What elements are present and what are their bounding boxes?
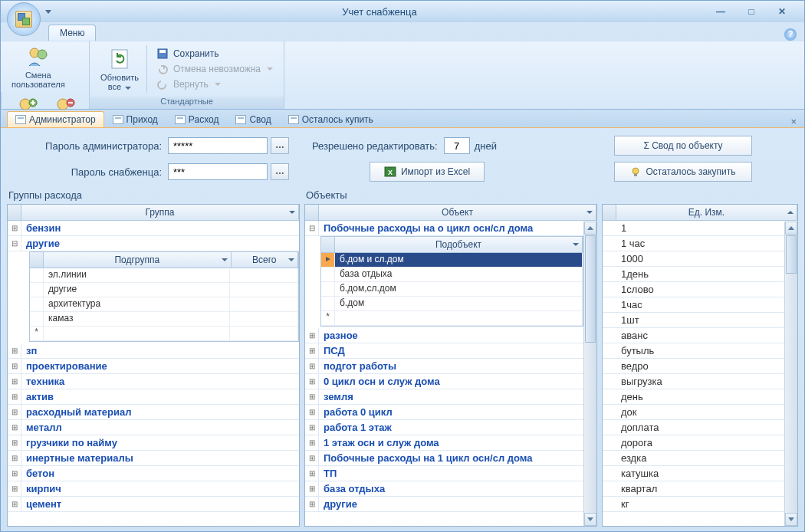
object-cell[interactable]: база отдыха: [319, 482, 583, 495]
group-cell[interactable]: другие: [21, 237, 299, 250]
expand-icon[interactable]: ⊞: [8, 359, 21, 373]
unit-row[interactable]: 1слово: [603, 282, 784, 297]
expand-icon[interactable]: ⊞: [8, 389, 21, 404]
subgroup-row[interactable]: архитектура: [30, 297, 298, 312]
object-row[interactable]: ⊞другие: [305, 497, 583, 512]
object-row[interactable]: ⊞1 этаж осн и служ дома: [305, 435, 583, 451]
unit-cell[interactable]: 1час: [616, 298, 784, 311]
object-row[interactable]: ⊟Побочные расходы на о цикл осн/сл дома: [305, 221, 583, 236]
group-row[interactable]: ⊞металл: [8, 420, 299, 435]
maximize-button[interactable]: □: [738, 6, 764, 17]
doctab-Администратор[interactable]: Администратор: [7, 111, 104, 127]
group-cell[interactable]: металл: [21, 421, 299, 434]
group-row[interactable]: ⊞зп: [8, 343, 299, 359]
expand-icon[interactable]: ⊞: [305, 389, 319, 404]
expand-icon[interactable]: ⊟: [305, 221, 319, 235]
unit-row[interactable]: выгрузка: [603, 374, 784, 389]
doctab-Свод[interactable]: Свод: [227, 111, 279, 127]
expand-icon[interactable]: ⊞: [305, 435, 319, 450]
object-cell[interactable]: земля: [319, 390, 583, 403]
chevron-up-icon[interactable]: [787, 211, 794, 214]
group-row[interactable]: ⊟другие: [8, 236, 299, 251]
unit-cell[interactable]: аванс: [616, 329, 784, 342]
minimize-button[interactable]: —: [708, 6, 734, 17]
unit-row[interactable]: 1: [603, 221, 784, 236]
group-row[interactable]: ⊞грузчики по найму: [8, 435, 299, 451]
expand-icon[interactable]: ⊟: [8, 236, 21, 251]
expand-icon[interactable]: ⊞: [305, 481, 319, 496]
expand-icon[interactable]: ⊞: [305, 497, 319, 511]
object-row[interactable]: ⊞подгот работы: [305, 359, 583, 374]
group-cell[interactable]: грузчики по найму: [21, 436, 299, 449]
doctab-Приход[interactable]: Приход: [104, 111, 166, 127]
subgroup-header[interactable]: Подгруппа: [44, 252, 232, 268]
expand-icon[interactable]: ⊞: [8, 221, 21, 235]
units-grid[interactable]: Ед. Изм. 11 час10001день1слово1час1штава…: [602, 204, 798, 527]
change-user-button[interactable]: Смена пользователя: [7, 43, 70, 90]
unit-cell[interactable]: квартал: [616, 482, 784, 495]
scroll-down-button[interactable]: [785, 513, 797, 526]
group-cell[interactable]: проектирование: [21, 360, 299, 373]
group-cell[interactable]: бензин: [21, 222, 299, 235]
subgroup-row[interactable]: другие: [30, 283, 298, 297]
save-button[interactable]: Сохранить: [152, 46, 278, 61]
qat-dropdown-icon[interactable]: [45, 10, 51, 14]
unit-row[interactable]: 1 час: [603, 236, 784, 251]
unit-cell[interactable]: выгрузка: [616, 375, 784, 388]
object-row[interactable]: ⊞Побочные расходы на 1 цикл осн/сл дома: [305, 451, 583, 466]
unit-row[interactable]: день: [603, 389, 784, 405]
unit-row[interactable]: 1день: [603, 267, 784, 282]
scroll-down-button[interactable]: [584, 513, 596, 526]
admin-password-browse-button[interactable]: …: [271, 137, 289, 154]
expand-icon[interactable]: ⊞: [305, 451, 319, 465]
subgroup-row[interactable]: эл.линии: [30, 268, 298, 283]
subobject-row[interactable]: б.дом: [321, 297, 583, 311]
expand-icon[interactable]: ⊞: [305, 359, 319, 373]
group-cell[interactable]: актив: [21, 390, 299, 403]
group-row[interactable]: ⊞кирпич: [8, 481, 299, 497]
expand-icon[interactable]: ⊞: [305, 343, 319, 358]
grid-corner[interactable]: [305, 205, 319, 220]
ribbon-tab-menu[interactable]: Меню: [48, 25, 96, 41]
unit-row[interactable]: ездка: [603, 451, 784, 466]
unit-row[interactable]: доплата: [603, 420, 784, 435]
object-cell[interactable]: Побочные расходы на о цикл осн/сл дома: [319, 222, 583, 235]
subgroup-total-header[interactable]: Всего: [232, 252, 299, 268]
object-row[interactable]: ⊞работа 1 этаж: [305, 420, 583, 435]
subobject-row[interactable]: база отдыха: [321, 268, 583, 282]
group-row[interactable]: ⊞цемент: [8, 497, 299, 512]
expand-icon[interactable]: ⊞: [8, 374, 21, 389]
object-row[interactable]: ⊞0 цикл осн и служ дома: [305, 374, 583, 389]
object-row[interactable]: ⊞база отдыха: [305, 481, 583, 497]
object-row[interactable]: ⊞разное: [305, 328, 583, 343]
object-cell[interactable]: 0 цикл осн и служ дома: [319, 375, 583, 388]
doctab-Осталось купить[interactable]: Осталось купить: [280, 111, 382, 127]
group-cell[interactable]: бетон: [21, 467, 299, 480]
units-column-header[interactable]: Ед. Изм.: [616, 205, 797, 220]
object-cell[interactable]: подгот работы: [319, 360, 583, 373]
group-row[interactable]: ⊞расходный материал: [8, 405, 299, 420]
object-row[interactable]: ⊞земля: [305, 389, 583, 405]
unit-cell[interactable]: катушка: [616, 467, 784, 480]
group-row[interactable]: ⊞проектирование: [8, 359, 299, 374]
scrollbar-thumb[interactable]: [786, 235, 797, 274]
unit-row[interactable]: ведро: [603, 359, 784, 374]
unit-row[interactable]: бутыль: [603, 343, 784, 359]
chevron-down-icon[interactable]: [289, 211, 295, 214]
groups-column-header[interactable]: Группа: [21, 205, 299, 220]
import-excel-button[interactable]: X Импорт из Excel: [370, 162, 485, 182]
allow-edit-days-input[interactable]: [444, 137, 470, 154]
subobject-row[interactable]: ▸б.дом и сл.дом: [321, 253, 583, 268]
unit-row[interactable]: док: [603, 405, 784, 420]
object-row[interactable]: ⊞ТП: [305, 466, 583, 481]
groups-grid[interactable]: Группа ⊞бензин⊟другиеПодгруппаВсегоэл.ли…: [7, 204, 300, 527]
expand-icon[interactable]: ⊞: [8, 481, 21, 496]
group-cell[interactable]: расходный материал: [21, 406, 299, 419]
group-row[interactable]: ⊞техника: [8, 374, 299, 389]
object-cell[interactable]: ТП: [319, 467, 583, 480]
scroll-up-button[interactable]: [584, 222, 596, 235]
new-row[interactable]: *: [30, 327, 298, 341]
expand-icon[interactable]: ⊞: [8, 343, 21, 358]
objects-grid[interactable]: Объект ⊟Побочные расходы на о цикл осн/с…: [304, 204, 597, 527]
unit-row[interactable]: дорога: [603, 435, 784, 451]
